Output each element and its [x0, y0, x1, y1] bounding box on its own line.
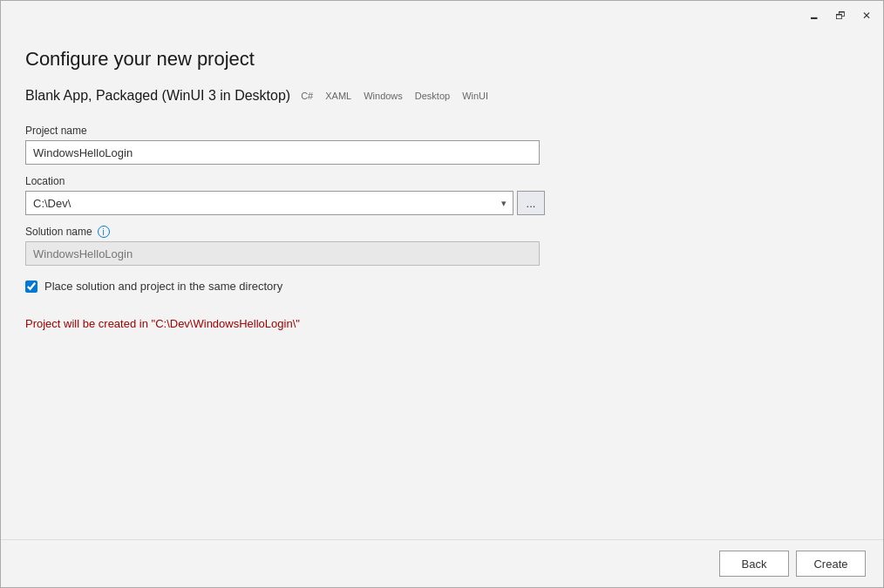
tag-xaml: XAML [323, 91, 353, 101]
location-select-wrapper: C:\Dev\ [25, 191, 513, 215]
page-title: Configure your new project [25, 48, 859, 71]
project-path-info: Project will be created in "C:\Dev\Windo… [25, 317, 859, 330]
project-template-name: Blank App, Packaged (WinUI 3 in Desktop) [25, 88, 290, 104]
create-button[interactable]: Create [796, 551, 866, 577]
project-name-input[interactable] [25, 140, 540, 165]
subtitle-row: Blank App, Packaged (WinUI 3 in Desktop)… [25, 88, 859, 104]
main-window: 🗕 🗗 ✕ Configure your new project Blank A… [0, 0, 884, 588]
form-section: Project name Location C:\Dev\ ... [25, 125, 859, 330]
project-name-group: Project name [25, 125, 859, 165]
tag-winui: WinUI [460, 91, 490, 101]
same-directory-row: Place solution and project in the same d… [25, 280, 859, 293]
title-bar: 🗕 🗗 ✕ [1, 1, 883, 27]
location-select[interactable]: C:\Dev\ [25, 191, 513, 215]
solution-name-info-icon[interactable]: i [98, 226, 110, 238]
same-directory-checkbox[interactable] [25, 280, 37, 293]
solution-name-input[interactable] [25, 241, 540, 266]
same-directory-label[interactable]: Place solution and project in the same d… [44, 280, 282, 293]
solution-name-label: Solution name [25, 226, 92, 238]
tag-desktop: Desktop [413, 91, 452, 101]
location-label: Location [25, 175, 859, 187]
location-group: Location C:\Dev\ ... [25, 175, 859, 215]
solution-name-label-row: Solution name i [25, 226, 859, 238]
back-button[interactable]: Back [719, 551, 789, 577]
location-row: C:\Dev\ ... [25, 191, 859, 215]
project-name-label: Project name [25, 125, 859, 137]
minimize-button[interactable]: 🗕 [801, 6, 827, 25]
tag-windows: Windows [362, 91, 405, 101]
main-content: Configure your new project Blank App, Pa… [1, 27, 883, 539]
browse-button[interactable]: ... [517, 191, 545, 215]
footer: Back Create [1, 539, 883, 587]
maximize-button[interactable]: 🗗 [827, 6, 853, 25]
tag-csharp: C# [299, 91, 315, 101]
solution-name-group: Solution name i [25, 226, 859, 266]
close-button[interactable]: ✕ [853, 6, 880, 25]
